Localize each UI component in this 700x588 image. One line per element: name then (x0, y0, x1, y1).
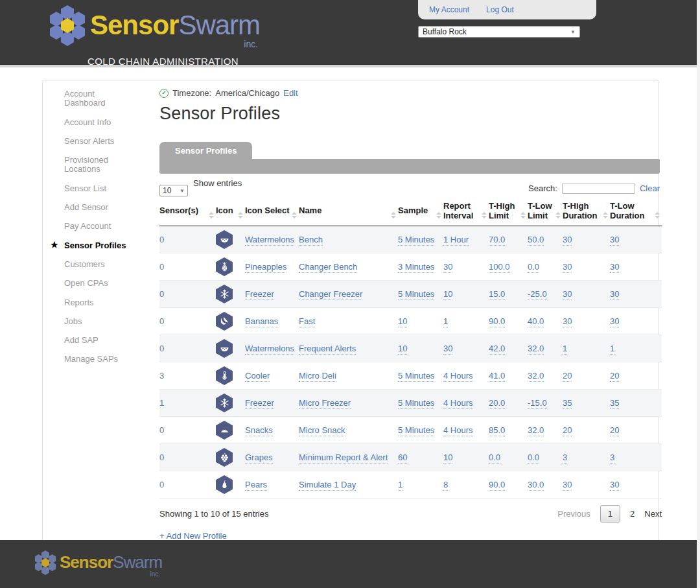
t-low-limit-link[interactable]: 0.0 (528, 262, 539, 273)
column-header-t-low-duration[interactable]: T-Low Duration (610, 199, 662, 226)
t-low-limit-link[interactable]: 0.0 (528, 453, 539, 464)
t-low-duration-link[interactable]: 20 (610, 371, 619, 382)
sort-arrows-icon[interactable] (655, 212, 660, 218)
column-header-t-high-duration[interactable]: T-High Duration (563, 199, 610, 226)
profile-name-link[interactable]: Micro Deli (299, 371, 336, 382)
sort-arrows-icon[interactable] (238, 212, 243, 218)
report-interval-link[interactable]: 10 (443, 453, 452, 464)
pagination-page-1[interactable]: 1 (600, 505, 620, 523)
sort-arrows-icon[interactable] (603, 212, 608, 218)
sort-arrows-icon[interactable] (520, 212, 526, 218)
sort-arrows-icon[interactable] (436, 212, 441, 218)
sample-link[interactable]: 10 (398, 344, 407, 355)
sample-link[interactable]: 5 Minutes (398, 398, 434, 409)
sidebar-item-open-cpas[interactable]: Open CPAs (52, 279, 129, 288)
sidebar-item-manage-saps[interactable]: Manage SAPs (52, 355, 129, 364)
icon-select-link[interactable]: Pears (245, 480, 267, 491)
t-low-limit-link[interactable]: 40.0 (528, 316, 544, 327)
profile-name-link[interactable]: Micro Snack (299, 425, 345, 436)
report-interval-link[interactable]: 10 (443, 289, 452, 300)
t-low-limit-link[interactable]: 32.0 (528, 371, 544, 382)
icon-select-link[interactable]: Watermelons (245, 235, 294, 246)
t-high-duration-link[interactable]: 3 (563, 453, 567, 464)
column-header-name[interactable]: Name (299, 199, 398, 226)
t-high-duration-link[interactable]: 30 (563, 262, 572, 273)
sidebar-item-pay-account[interactable]: Pay Account (52, 222, 129, 231)
sample-link[interactable]: 5 Minutes (398, 235, 434, 246)
tab-sensor-profiles[interactable]: Sensor Profiles (159, 142, 252, 160)
profile-name-link[interactable]: Frequent Alerts (299, 344, 356, 355)
timezone-edit-link[interactable]: Edit (283, 88, 298, 98)
report-interval-link[interactable]: 30 (443, 344, 452, 355)
sort-arrows-icon[interactable] (555, 212, 561, 218)
t-high-duration-link[interactable]: 30 (563, 289, 572, 300)
t-high-duration-link[interactable]: 35 (563, 398, 572, 409)
search-input[interactable] (562, 183, 635, 194)
t-high-limit-link[interactable]: 100.0 (489, 262, 510, 273)
t-high-limit-link[interactable]: 90.0 (489, 316, 505, 327)
t-high-limit-link[interactable]: 20.0 (489, 398, 505, 409)
sample-link[interactable]: 5 Minutes (398, 371, 434, 382)
icon-select-link[interactable]: Watermelons (245, 344, 294, 355)
column-header-report-interval[interactable]: Report Interval (443, 199, 489, 226)
t-low-duration-link[interactable]: 1 (610, 344, 614, 355)
t-low-limit-link[interactable]: 32.0 (528, 344, 544, 355)
icon-select-link[interactable]: Grapes (245, 453, 273, 464)
sample-link[interactable]: 1 (398, 480, 402, 491)
t-high-duration-link[interactable]: 30 (563, 316, 572, 327)
report-interval-link[interactable]: 8 (443, 480, 448, 491)
t-low-limit-link[interactable]: -25.0 (528, 289, 547, 300)
pagination-page-2[interactable]: 2 (630, 509, 635, 519)
profile-name-link[interactable]: Micro Freezer (299, 398, 351, 409)
icon-select-link[interactable]: Cooler (245, 371, 270, 382)
icon-select-link[interactable]: Pineapples (245, 262, 286, 273)
t-low-limit-link[interactable]: 30.0 (528, 480, 544, 491)
t-low-duration-link[interactable]: 30 (610, 235, 619, 246)
sidebar-item-add-sap[interactable]: Add SAP (52, 336, 129, 345)
t-high-limit-link[interactable]: 70.0 (489, 235, 505, 246)
pagination-next[interactable]: Next (644, 509, 662, 519)
sort-arrows-icon[interactable] (292, 212, 297, 218)
t-high-limit-link[interactable]: 90.0 (489, 480, 505, 491)
sidebar-item-reports[interactable]: Reports (52, 298, 129, 307)
sidebar-item-account-dashboard[interactable]: Account Dashboard (52, 89, 129, 108)
column-header-icon-select[interactable]: Icon Select (245, 199, 299, 226)
my-account-link[interactable]: My Account (429, 5, 469, 14)
icon-select-link[interactable]: Freezer (245, 289, 274, 300)
report-interval-link[interactable]: 4 Hours (443, 425, 473, 436)
sample-link[interactable]: 10 (398, 316, 407, 327)
pagination-previous[interactable]: Previous (557, 509, 590, 519)
column-header-sensor-s[interactable]: Sensor(s) (159, 199, 216, 226)
t-low-duration-link[interactable]: 35 (610, 398, 619, 409)
sidebar-item-sensor-list[interactable]: Sensor List (52, 184, 129, 193)
t-low-limit-link[interactable]: -15.0 (528, 398, 547, 409)
column-header-sample[interactable]: Sample (398, 199, 443, 226)
column-header-t-low-limit[interactable]: T-Low Limit (528, 199, 563, 226)
column-header-icon[interactable]: Icon (216, 199, 245, 226)
report-interval-link[interactable]: 30 (443, 262, 452, 273)
profile-name-link[interactable]: Bench (299, 235, 323, 246)
sidebar-item-sensor-profiles[interactable]: ★Sensor Profiles (52, 241, 129, 250)
sort-arrows-icon[interactable] (391, 212, 396, 218)
sort-arrows-icon[interactable] (482, 212, 487, 218)
sample-link[interactable]: 60 (398, 453, 407, 464)
sort-arrows-icon[interactable] (209, 212, 214, 218)
column-header-t-high-limit[interactable]: T-High Limit (489, 199, 528, 226)
sidebar-item-customers[interactable]: Customers (52, 260, 129, 269)
sample-link[interactable]: 3 Minutes (398, 262, 434, 273)
add-new-profile-link[interactable]: + Add New Profile (159, 531, 227, 541)
sample-link[interactable]: 5 Minutes (398, 289, 434, 300)
profile-name-link[interactable]: Minimum Report & Alert (299, 453, 388, 464)
page-scrollbar[interactable] (697, 0, 700, 588)
t-high-duration-link[interactable]: 1 (563, 344, 567, 355)
t-high-duration-link[interactable]: 20 (563, 425, 572, 436)
profile-name-link[interactable]: Simulate 1 Day (299, 480, 356, 491)
t-low-duration-link[interactable]: 30 (610, 289, 619, 300)
profile-name-link[interactable]: Changer Freezer (299, 289, 362, 300)
icon-select-link[interactable]: Freezer (245, 398, 274, 409)
t-high-limit-link[interactable]: 41.0 (489, 371, 505, 382)
t-high-limit-link[interactable]: 0.0 (489, 453, 500, 464)
t-low-duration-link[interactable]: 3 (610, 453, 614, 464)
sample-link[interactable]: 5 Minutes (398, 425, 434, 436)
t-high-limit-link[interactable]: 42.0 (489, 344, 505, 355)
